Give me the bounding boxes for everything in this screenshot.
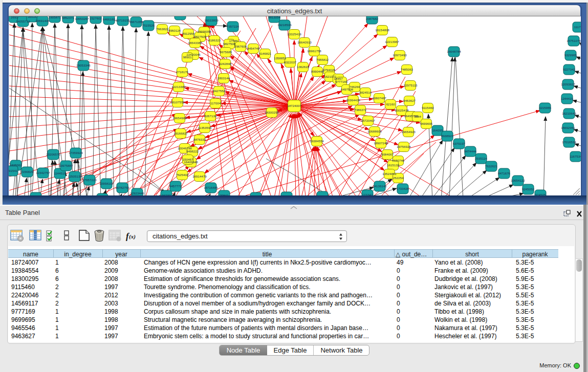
svg-text:20691406: 20691406 xyxy=(35,19,50,23)
svg-text:8427552: 8427552 xyxy=(213,89,226,93)
svg-text:12213382: 12213382 xyxy=(171,85,186,89)
svg-text:71923: 71923 xyxy=(318,194,327,195)
svg-text:10807487: 10807487 xyxy=(372,96,386,100)
svg-text:8454749: 8454749 xyxy=(247,47,260,50)
svg-text:924505: 924505 xyxy=(535,193,546,195)
svg-text:1167534: 1167534 xyxy=(570,155,581,158)
svg-text:14136141: 14136141 xyxy=(373,184,387,188)
svg-text:62160: 62160 xyxy=(386,102,395,106)
svg-text:8322037: 8322037 xyxy=(284,60,297,64)
svg-text:10973493: 10973493 xyxy=(393,53,407,57)
svg-text:12975115: 12975115 xyxy=(403,83,418,87)
svg-text:3215955: 3215955 xyxy=(539,106,552,110)
svg-text:7386372: 7386372 xyxy=(354,108,367,112)
svg-text:7955812: 7955812 xyxy=(316,58,329,61)
svg-text:9329965: 9329965 xyxy=(564,53,577,57)
svg-text:1615132: 1615132 xyxy=(387,163,400,167)
svg-text:2718176: 2718176 xyxy=(176,70,189,74)
svg-text:16033809: 16033809 xyxy=(204,18,219,22)
svg-text:5984: 5984 xyxy=(414,115,421,118)
svg-text:83012: 83012 xyxy=(282,195,291,195)
svg-text:1733426: 1733426 xyxy=(397,187,409,190)
svg-text:93975887: 93975887 xyxy=(59,164,73,167)
svg-text:20364436: 20364436 xyxy=(346,98,360,102)
svg-text:2967608: 2967608 xyxy=(234,45,247,48)
svg-text:11175: 11175 xyxy=(574,25,581,29)
svg-text:7663822: 7663822 xyxy=(156,27,169,31)
svg-text:19218506: 19218506 xyxy=(277,23,292,27)
svg-text:14055713: 14055713 xyxy=(16,19,30,23)
svg-text:2087682: 2087682 xyxy=(366,17,379,20)
svg-text:12505135: 12505135 xyxy=(68,174,82,178)
svg-text:16640910: 16640910 xyxy=(297,40,312,44)
svg-text:16543382: 16543382 xyxy=(188,41,202,45)
svg-text:1362615: 1362615 xyxy=(297,65,310,69)
svg-text:15720407: 15720407 xyxy=(361,119,375,122)
svg-text:20206576: 20206576 xyxy=(46,152,60,156)
svg-text:1835061: 1835061 xyxy=(10,163,23,167)
svg-text:8990448: 8990448 xyxy=(311,70,324,73)
svg-text:19756928: 19756928 xyxy=(397,145,411,148)
svg-text:15716485: 15716485 xyxy=(204,186,218,189)
svg-text:9146821: 9146821 xyxy=(259,52,272,55)
svg-text:17957223: 17957223 xyxy=(82,178,97,182)
svg-text:13325419: 13325419 xyxy=(287,32,301,36)
svg-text:18907249: 18907249 xyxy=(374,141,388,145)
svg-text:94233: 94233 xyxy=(162,193,171,195)
svg-text:1144519: 1144519 xyxy=(54,171,66,175)
svg-text:8912954: 8912954 xyxy=(182,32,195,35)
svg-text:12342757: 12342757 xyxy=(36,171,50,174)
svg-text:(x): (x) xyxy=(129,233,136,240)
svg-text:7632621: 7632621 xyxy=(485,164,498,168)
svg-text:16154808: 16154808 xyxy=(375,28,389,32)
svg-text:17016534: 17016534 xyxy=(562,140,576,144)
svg-text:12213967: 12213967 xyxy=(385,40,399,43)
svg-text:6120746: 6120746 xyxy=(392,159,405,162)
svg-text:8960124: 8960124 xyxy=(168,29,181,32)
svg-text:16107552: 16107552 xyxy=(170,100,185,104)
svg-text:95516: 95516 xyxy=(28,16,37,18)
svg-text:16782759: 16782759 xyxy=(115,186,129,189)
svg-text:8878332: 8878332 xyxy=(193,138,206,141)
svg-text:16210643: 16210643 xyxy=(562,112,576,115)
svg-text:1358852: 1358852 xyxy=(274,56,287,60)
svg-text:9474444: 9474444 xyxy=(464,149,477,153)
svg-text:9084067: 9084067 xyxy=(381,152,394,156)
svg-text:8813054: 8813054 xyxy=(268,16,281,19)
svg-text:6379197: 6379197 xyxy=(453,142,466,145)
svg-text:6466160: 6466160 xyxy=(103,17,116,21)
svg-text:16961758: 16961758 xyxy=(307,49,321,53)
svg-text:9699695: 9699695 xyxy=(420,122,433,125)
svg-text:13524851: 13524851 xyxy=(382,172,397,176)
svg-text:10654122: 10654122 xyxy=(511,179,525,182)
svg-text:12093827: 12093827 xyxy=(561,82,575,86)
svg-text:11353594: 11353594 xyxy=(198,126,212,129)
svg-text:16914479: 16914479 xyxy=(192,174,207,178)
svg-text:98901: 98901 xyxy=(183,55,192,59)
svg-text:15751074: 15751074 xyxy=(567,39,581,42)
svg-text:20841: 20841 xyxy=(220,193,229,195)
svg-text:9498222: 9498222 xyxy=(186,149,199,153)
svg-text:2693: 2693 xyxy=(11,16,18,19)
svg-text:16648784: 16648784 xyxy=(447,50,461,53)
svg-text:19654923: 19654923 xyxy=(401,130,416,134)
svg-text:173342: 173342 xyxy=(362,193,373,195)
svg-text:9242848: 9242848 xyxy=(219,62,232,65)
svg-text:746266: 746266 xyxy=(350,85,360,89)
svg-text:2156829: 2156829 xyxy=(21,170,34,173)
svg-text:10719155: 10719155 xyxy=(116,18,130,22)
svg-text:9227342: 9227342 xyxy=(563,68,576,71)
svg-text:9827508: 9827508 xyxy=(223,42,236,46)
svg-text:18724007: 18724007 xyxy=(287,104,301,107)
svg-text:9777169: 9777169 xyxy=(335,80,348,83)
svg-text:10653267: 10653267 xyxy=(75,17,89,20)
svg-text:15692951: 15692951 xyxy=(561,126,575,129)
svg-text:9852371: 9852371 xyxy=(62,16,75,19)
svg-text:6794028: 6794028 xyxy=(323,68,336,72)
svg-text:18300295: 18300295 xyxy=(265,111,279,114)
svg-text:8186323: 8186323 xyxy=(208,38,221,42)
svg-text:19166827: 19166827 xyxy=(173,132,188,135)
svg-text:117004: 117004 xyxy=(210,101,221,105)
svg-text:7357224: 7357224 xyxy=(227,25,239,28)
svg-text:13226058: 13226058 xyxy=(197,30,211,33)
